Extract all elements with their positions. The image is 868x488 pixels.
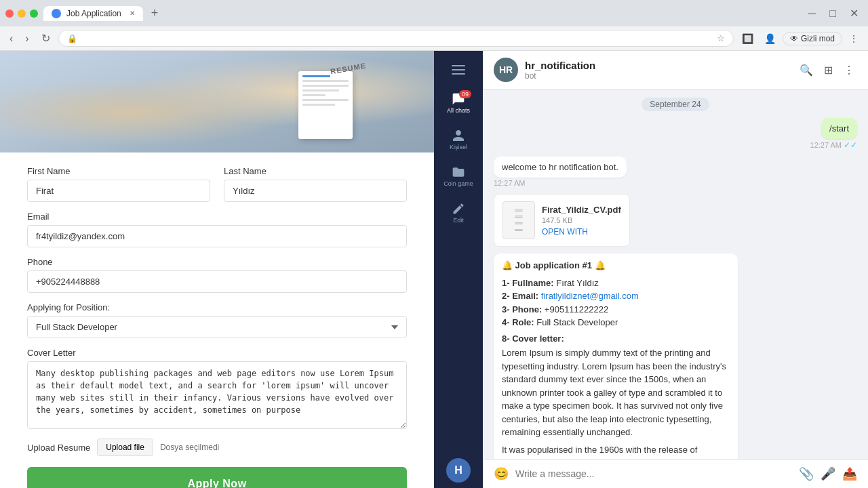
browser-tab[interactable]: Job Application ✕ xyxy=(43,6,143,21)
date-divider: September 24 xyxy=(494,98,857,111)
chat-footer: 😊 📎 🎤 📤 xyxy=(483,459,868,488)
chat-sidebar: 09 All chats Kişisel Coin game Edit H xyxy=(434,51,483,488)
cover-letter-textarea[interactable]: Many desktop publishing packages and web… xyxy=(27,361,407,429)
phone-row: Phone xyxy=(27,257,407,293)
minimize-window-button[interactable] xyxy=(18,9,26,18)
extensions-button[interactable]: 🔲 xyxy=(738,30,757,47)
file-thumbnail: ════════ xyxy=(502,201,535,239)
job-app-content: 🔔 Job application #1 🔔 1- Fullname: Fıra… xyxy=(502,259,730,459)
svg-rect-1 xyxy=(452,69,465,70)
phone-group: Phone xyxy=(27,257,407,293)
search-chat-button[interactable]: 🔍 xyxy=(797,61,816,79)
cover-label-line: 8- Cover letter: xyxy=(502,332,730,346)
no-file-text: Dosya seçilmedi xyxy=(160,443,219,452)
name-row: First Name Firat Last Name Yıldız xyxy=(27,166,407,202)
profile-button[interactable]: 👤 xyxy=(760,30,780,47)
chat-subtitle: bot xyxy=(525,71,595,81)
chat-header: HR hr_notification bot 🔍 ⊞ ⋮ xyxy=(483,51,868,89)
open-with-link[interactable]: OPEN WITH xyxy=(542,227,621,237)
tab-title: Job Application xyxy=(66,9,121,18)
phone-label: Phone xyxy=(27,257,407,267)
kishisel-label: Kişisel xyxy=(450,144,467,150)
forward-button[interactable]: › xyxy=(21,30,33,47)
position-select[interactable]: Full Stack Developer Frontend Developer … xyxy=(27,316,407,338)
upload-file-button[interactable]: Upload file xyxy=(97,439,153,456)
maximize-window-button[interactable] xyxy=(30,9,38,18)
email-group: Email xyxy=(27,211,407,247)
close-btn[interactable]: ✕ xyxy=(846,4,863,22)
last-name-input[interactable]: Yıldız xyxy=(224,180,407,202)
sidebar-kishisel[interactable]: Kişisel xyxy=(441,123,475,157)
header-image: RESUME xyxy=(0,51,434,152)
file-name: Firat_Yildiz_CV.pdf xyxy=(542,205,621,215)
layout-button[interactable]: ⊞ xyxy=(821,61,835,79)
start-bubble: /start xyxy=(821,118,857,139)
cv-file-card: ════════ Firat_Yildiz_CV.pdf 147.5 KB OP… xyxy=(494,194,630,247)
email-label: Email xyxy=(27,211,407,222)
tab-close-button[interactable]: ✕ xyxy=(130,9,135,17)
unread-badge: 09 xyxy=(459,90,471,98)
cover-letter-label: Cover Letter xyxy=(27,348,407,358)
fullname-line: 1- Fullname: Fırat Yıldız xyxy=(502,277,730,290)
position-group: Applying for Position: Full Stack Develo… xyxy=(27,302,407,338)
resume-card-decoration xyxy=(298,71,353,139)
chat-main: HR hr_notification bot 🔍 ⊞ ⋮ September 2… xyxy=(483,51,868,488)
form-pane: RESUME First Name Firat Last Name Yıldız… xyxy=(0,51,434,488)
cover-text-1: Lorem Ipsum is simply dummy text of the … xyxy=(502,346,730,439)
window-controls xyxy=(5,9,38,18)
role-line: 4- Role: Full Stack Developer xyxy=(502,316,730,329)
upload-label: Upload Resume xyxy=(27,443,90,453)
go-mod-label: Gizli mod xyxy=(801,34,835,43)
svg-rect-2 xyxy=(452,73,465,75)
more-button[interactable]: ⋮ xyxy=(841,61,857,79)
apply-now-button[interactable]: Apply Now xyxy=(27,467,407,488)
toolbar-icons: 🔲 👤 👁 Gizli mod ⋮ xyxy=(738,30,863,47)
lock-icon: 🔒 xyxy=(67,34,77,43)
message-input[interactable] xyxy=(515,468,792,479)
welcome-time: 12:27 AM xyxy=(494,179,525,187)
phone-input[interactable] xyxy=(27,270,407,293)
send-button[interactable]: 📤 xyxy=(842,466,857,481)
chat-messages: September 24 /start 12:27 AM ✓✓ welcome … xyxy=(483,89,868,459)
go-mod-button[interactable]: 👁 Gizli mod xyxy=(783,32,842,45)
refresh-button[interactable]: ↻ xyxy=(37,29,54,47)
user-avatar[interactable]: H xyxy=(446,458,471,483)
browser-titlebar: Job Application ✕ + ─ □ ✕ xyxy=(0,0,868,26)
minimize-btn[interactable]: ─ xyxy=(804,4,820,22)
bookmark-icon[interactable]: ☆ xyxy=(717,33,725,43)
tab-favicon xyxy=(52,9,61,18)
attach-button[interactable]: 📎 xyxy=(799,466,814,481)
person-icon xyxy=(452,129,465,142)
url-input[interactable]: localhost:8080 xyxy=(81,33,713,43)
address-bar[interactable]: 🔒 localhost:8080 ☆ xyxy=(58,30,734,47)
sidebar-all-chats[interactable]: 09 All chats xyxy=(441,86,475,120)
file-info: Firat_Yildiz_CV.pdf 147.5 KB OPEN WITH xyxy=(542,205,621,237)
msg-start: /start 12:27 AM ✓✓ xyxy=(494,118,857,150)
email-row: Email xyxy=(27,211,407,247)
chat-avatar: HR xyxy=(494,58,518,82)
first-name-input[interactable]: Firat xyxy=(27,180,210,202)
sidebar-coin-game[interactable]: Coin game xyxy=(441,159,475,193)
new-tab-button[interactable]: + xyxy=(151,6,159,20)
start-text: /start xyxy=(829,123,849,134)
chat-header-info: HR hr_notification bot xyxy=(494,58,595,82)
menu-hamburger-button[interactable] xyxy=(441,56,475,83)
emoji-button[interactable]: 😊 xyxy=(494,466,509,481)
sidebar-edit[interactable]: Edit xyxy=(441,196,475,230)
check-icon: ✓✓ xyxy=(844,140,857,150)
position-select-wrapper: Full Stack Developer Frontend Developer … xyxy=(27,316,407,338)
welcome-bubble: welcome to hr notification bot. xyxy=(494,157,627,178)
menu-button[interactable]: ⋮ xyxy=(845,30,863,47)
job-app-bubble: 🔔 Job application #1 🔔 1- Fullname: Fıra… xyxy=(494,253,738,459)
folder-icon xyxy=(452,165,465,179)
last-name-label: Last Name xyxy=(224,166,407,176)
back-button[interactable]: ‹ xyxy=(5,30,17,47)
main-container: RESUME First Name Firat Last Name Yıldız… xyxy=(0,51,868,488)
mic-button[interactable]: 🎤 xyxy=(821,466,835,481)
coin-game-label: Coin game xyxy=(443,180,473,187)
chat-name-block: hr_notification bot xyxy=(525,60,595,81)
restore-btn[interactable]: □ xyxy=(825,4,840,22)
close-window-button[interactable] xyxy=(5,9,14,18)
email-input[interactable] xyxy=(27,225,407,247)
msg-job-app: ════════ Firat_Yildiz_CV.pdf 147.5 KB OP… xyxy=(494,194,857,459)
